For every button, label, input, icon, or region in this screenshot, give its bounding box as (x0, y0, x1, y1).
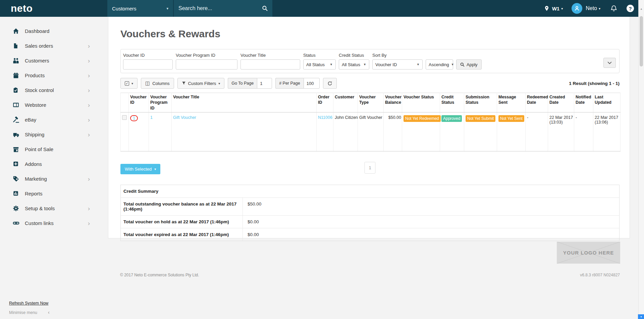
pagination-page-1[interactable]: 1 (364, 162, 375, 174)
search-button[interactable] (258, 0, 272, 17)
sidebar-item-reports[interactable]: Reports (0, 186, 108, 201)
go-to-page-label: Go To Page (228, 78, 257, 89)
voucher-program-id-input[interactable] (176, 59, 237, 70)
sidebar-item-customers[interactable]: Customers › (0, 53, 108, 68)
header-customer: Customer (333, 93, 358, 112)
copyright-text: © 2017 Neto E-commerce Solutions Pty Ltd… (120, 273, 199, 277)
sidebar-item-products[interactable]: Products › (0, 68, 108, 83)
sort-by-select[interactable]: Voucher ID▼ (372, 59, 423, 70)
tag-heart-icon (13, 176, 20, 182)
sidebar-item-stock-control[interactable]: Stock control › (0, 83, 108, 97)
sidebar-item-setup-tools[interactable]: Setup & tools › (0, 201, 108, 216)
voucher-program-id-label: Voucher Program ID (176, 53, 237, 58)
avatar[interactable] (572, 3, 582, 14)
voucher-balance-cell: $50.00 (384, 112, 402, 151)
select-caret-icon: ▼ (451, 63, 454, 66)
warehouse-selector[interactable]: W1 (552, 6, 560, 11)
go-to-page-group: Go To Page (228, 78, 272, 89)
last-updated-cell: 22 Mar 2017 (13:06) (593, 112, 621, 151)
sidebar-item-webstore[interactable]: Webstore › (0, 97, 108, 112)
scroll-up-icon[interactable]: ▲ (640, 7, 643, 10)
header-voucher-id: Voucher ID (129, 93, 149, 112)
scrollbar-thumb[interactable] (640, 16, 643, 66)
collapse-filters-button[interactable] (603, 58, 616, 68)
select-all-dropdown-button[interactable]: ✓ ▾ (120, 78, 138, 89)
bulk-actions-row: With Selected ▾ 1 (120, 164, 620, 175)
clipboard-check-icon (13, 87, 20, 93)
header-order-id: Order ID (317, 93, 333, 112)
go-to-page-input[interactable] (257, 78, 272, 89)
voucher-id-label: Voucher ID (123, 53, 173, 58)
gavel-icon (13, 117, 20, 123)
refresh-system-link[interactable]: Refresh System Now (9, 301, 48, 306)
top-navbar: neto Customers ▾ W1 ▾ Neto ▾ ? (0, 0, 644, 17)
credit-status-label: Credit Status (339, 53, 369, 58)
columns-icon: ◫ (145, 80, 150, 86)
home-icon (13, 28, 20, 34)
custom-filters-button[interactable]: Custom Filters ▾ (177, 78, 225, 89)
chevron-down-icon: ▾ (218, 82, 220, 85)
with-selected-button[interactable]: With Selected ▾ (120, 164, 160, 174)
apply-button[interactable]: Apply (456, 59, 482, 70)
sidebar-item-addons[interactable]: Addons (0, 156, 108, 171)
help-icon[interactable]: ? (627, 5, 634, 12)
minimise-menu-button[interactable]: Minimise menu‹ (9, 310, 50, 315)
row-checkbox[interactable] (122, 115, 127, 120)
refresh-icon (327, 81, 332, 86)
credit-summary-panel: Credit Summary Total outstanding voucher… (120, 185, 620, 241)
link-icon (13, 220, 20, 226)
user-menu[interactable]: Neto (586, 5, 597, 11)
notifications-bell-icon[interactable] (610, 5, 617, 12)
header-voucher-program-id: Voucher Program ID (149, 93, 172, 112)
header-notified-date: Notified Date (574, 93, 593, 112)
header-voucher-balance: Voucher Balance (384, 93, 402, 112)
credit-status-select[interactable]: All Status▼ (339, 59, 369, 70)
document-icon (13, 43, 20, 49)
columns-button[interactable]: ◫ Columns (141, 78, 174, 89)
credit-summary-row: Total voucher expired as at 22 Mar 2017 … (121, 228, 619, 241)
chevron-right-icon: › (88, 176, 90, 182)
sidebar-item-sales-orders[interactable]: Sales orders › (0, 38, 108, 53)
program-id-link[interactable]: 1 (150, 115, 153, 120)
refresh-button[interactable] (323, 78, 337, 89)
search-input[interactable] (174, 0, 258, 17)
credit-status-badge: Approved (441, 115, 462, 122)
created-date-cell: 22 Mar 2017 (13:03) (548, 112, 574, 151)
sidebar-item-ebay[interactable]: eBay › (0, 112, 108, 127)
scroll-down-icon[interactable]: ▼ (638, 314, 644, 319)
credit-summary-row: Total outstanding voucher balance as at … (121, 198, 619, 216)
scrollbar[interactable]: ▲ ▼ (638, 0, 644, 319)
sidebar-item-custom-links[interactable]: Custom links › (0, 216, 108, 230)
voucher-title-input[interactable] (240, 59, 300, 70)
header-submission-status: Submission Status (464, 93, 497, 112)
credit-summary-title: Credit Summary (121, 185, 619, 198)
status-select[interactable]: All Status▼ (303, 59, 336, 70)
order-id-link[interactable]: N11006 (318, 115, 332, 120)
redeemed-date-cell: - (526, 112, 548, 151)
sidebar-item-dashboard[interactable]: Dashboard (0, 24, 108, 38)
header-checkbox-col (121, 93, 129, 112)
sort-direction-select[interactable]: Ascending▼ (426, 59, 453, 70)
gear-icon (13, 205, 20, 212)
sidebar-item-shipping[interactable]: Shipping › (0, 127, 108, 142)
voucher-title-link[interactable]: Gift Voucher (173, 115, 196, 120)
header-voucher-status: Voucher Status (402, 93, 440, 112)
sidebar-item-point-of-sale[interactable]: Point of Sale (0, 142, 108, 156)
chevron-right-icon: › (88, 72, 90, 79)
per-page-input[interactable] (304, 78, 320, 89)
select-caret-icon: ▼ (330, 63, 333, 66)
chevron-down-icon: ▾ (131, 82, 133, 85)
sidebar-item-marketing[interactable]: Marketing › (0, 171, 108, 186)
chevron-down-icon: ▾ (154, 167, 156, 171)
chevron-right-icon: › (88, 102, 90, 108)
header-voucher-title: Voucher Title (172, 93, 317, 112)
chevron-left-icon: ‹ (48, 310, 50, 315)
chevron-right-icon: › (88, 57, 90, 64)
plus-square-icon (13, 161, 20, 167)
logo-placeholder: YOUR LOGO HERE (557, 242, 620, 264)
header-message-sent: Message Sent (497, 93, 526, 112)
voucher-id-link[interactable]: 1 (133, 116, 135, 121)
search-module-select[interactable]: Customers ▾ (107, 0, 173, 17)
voucher-id-input[interactable] (123, 59, 173, 70)
chevron-down-icon (607, 61, 612, 64)
